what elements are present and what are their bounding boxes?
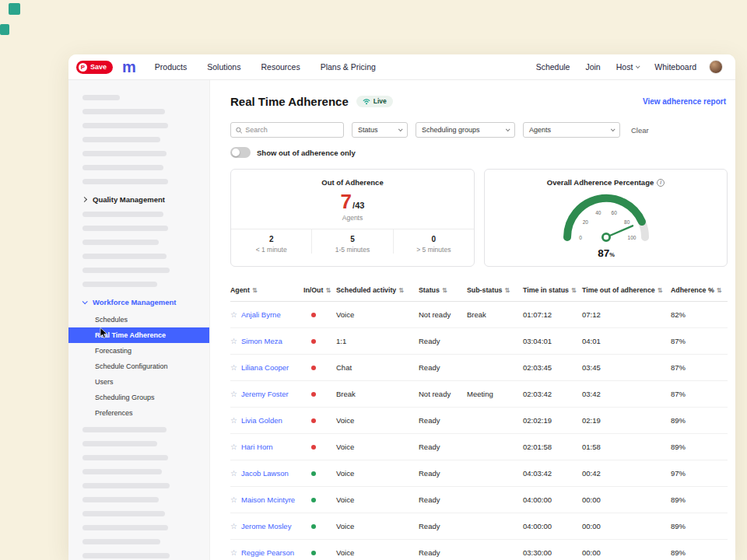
star-icon[interactable]: ☆ — [230, 495, 237, 504]
column-header-sub-status[interactable]: Sub-status⇅ — [467, 286, 523, 294]
star-icon[interactable]: ☆ — [230, 416, 237, 425]
skeleton-bar — [82, 151, 167, 156]
agent-link[interactable]: Jacob Lawson — [241, 469, 289, 478]
search-input[interactable] — [245, 126, 338, 134]
agent-link[interactable]: Simon Meza — [241, 337, 282, 345]
sidebar-item-quality-management[interactable]: Quality Management — [68, 193, 209, 206]
agents-filter-select[interactable]: Agents — [523, 122, 620, 138]
summary-cards-row: Out of Adherence 7/43 Agents 2< 1 minute… — [230, 169, 728, 267]
chevron-down-icon — [398, 127, 403, 131]
agent-cell: ☆Anjali Byrne — [230, 310, 303, 319]
sidebar-item-schedule-configuration[interactable]: Schedule Configuration — [68, 359, 209, 374]
column-header-agent[interactable]: Agent⇅ — [230, 286, 303, 294]
agent-link[interactable]: Reggie Pearson — [241, 548, 294, 557]
column-header-label: In/Out — [303, 286, 323, 294]
skeleton-bar — [82, 268, 170, 273]
nav-link-resources[interactable]: Resources — [261, 62, 300, 72]
skeleton-bar — [82, 226, 168, 231]
sidebar-item-preferences[interactable]: Preferences — [68, 405, 209, 421]
column-header-label: Status — [419, 286, 440, 294]
skeleton-bar — [82, 95, 120, 100]
table-row: ☆Anjali ByrneVoiceNot readyBreak01:07:12… — [230, 302, 728, 328]
skeleton-bar — [82, 240, 159, 245]
star-icon[interactable]: ☆ — [230, 522, 237, 530]
bucket-5-minutes: 0> 5 minutes — [393, 229, 474, 254]
nav-link-products[interactable]: Products — [155, 62, 187, 72]
adherence-percent-cell: 89% — [671, 548, 728, 557]
column-header-time-out-of-adherence[interactable]: Time out of adherence⇅ — [582, 286, 671, 294]
agent-link[interactable]: Maison Mcintyre — [241, 495, 295, 504]
time-in-status-cell: 02:03:42 — [523, 390, 582, 398]
inout-cell — [303, 310, 336, 319]
agent-link[interactable]: Jerome Mosley — [241, 522, 291, 530]
sort-icon: ⇅ — [658, 287, 663, 294]
agent-link[interactable]: Hari Horn — [241, 443, 273, 451]
skeleton-bar — [82, 525, 168, 530]
status-filter-select[interactable]: Status — [352, 122, 408, 138]
column-header-in-out[interactable]: In/Out⇅ — [303, 286, 336, 294]
sidebar-item-scheduling-groups[interactable]: Scheduling Groups — [68, 390, 209, 405]
nav-link-whiteboard[interactable]: Whiteboard — [654, 62, 696, 72]
search-box[interactable] — [230, 122, 344, 138]
star-icon[interactable]: ☆ — [230, 390, 237, 398]
column-header-status[interactable]: Status⇅ — [419, 286, 467, 294]
sub-status-cell: Break — [467, 310, 523, 319]
pinterest-save-button[interactable]: P Save — [76, 61, 113, 74]
adherence-percent-cell: 89% — [671, 522, 728, 530]
table-row: ☆Maison McintyreVoiceReady04:00:0000:008… — [230, 487, 728, 513]
status-cell: Ready — [419, 363, 467, 372]
column-header-label: Adherence % — [671, 286, 714, 294]
time-in-status-cell: 02:02:19 — [523, 416, 582, 425]
scheduling-groups-select[interactable]: Scheduling groups — [416, 122, 515, 138]
sidebar-item-real-time-adherence[interactable]: Real Time Adherence — [68, 327, 209, 343]
clear-filters-link[interactable]: Clear — [631, 126, 649, 135]
out-of-adherence-dot — [311, 418, 316, 423]
column-header-scheduled-activity[interactable]: Scheduled activity⇅ — [336, 286, 419, 294]
star-icon[interactable]: ☆ — [230, 310, 237, 319]
info-icon[interactable]: i — [657, 179, 665, 187]
column-header-time-in-status[interactable]: Time in status⇅ — [523, 286, 582, 294]
sidebar-item-workforce-management[interactable]: Workforce Management — [68, 296, 209, 309]
table-row: ☆Reggie PearsonVoiceReady03:30:0000:0089… — [230, 540, 728, 560]
view-adherence-report-link[interactable]: View adherence report — [643, 97, 726, 106]
sidebar-item-users[interactable]: Users — [68, 374, 209, 390]
nav-link-plans-pricing[interactable]: Plans & Pricing — [321, 62, 376, 72]
sidebar-item-forecasting[interactable]: Forecasting — [68, 343, 209, 359]
out-of-adherence-dot — [311, 445, 316, 450]
nav-links: ProductsSolutionsResourcesPlans & Pricin… — [155, 62, 376, 72]
sidebar-item-schedules[interactable]: Schedules — [68, 312, 209, 327]
workforce-submenu: SchedulesReal Time AdherenceForecastingS… — [68, 312, 209, 421]
in-adherence-dot — [311, 498, 316, 502]
nav-link-solutions[interactable]: Solutions — [207, 62, 240, 72]
star-icon[interactable]: ☆ — [230, 548, 237, 557]
column-header-adherence[interactable]: Adherence %⇅ — [671, 286, 728, 294]
inout-cell — [303, 443, 336, 451]
agent-cell: ☆Maison Mcintyre — [230, 495, 303, 504]
bucket-value: 5 — [312, 235, 392, 243]
time-out-of-adherence-cell: 00:00 — [582, 548, 671, 557]
nav-link-host[interactable]: Host — [616, 62, 640, 72]
out-of-adherence-toggle[interactable] — [230, 147, 251, 158]
skeleton-bar — [82, 511, 165, 516]
decor-teal-square-1 — [9, 3, 20, 15]
nav-link-schedule[interactable]: Schedule — [536, 62, 570, 72]
sort-icon: ⇅ — [398, 287, 404, 294]
scheduled-activity-cell: Voice — [336, 548, 419, 557]
status-cell: Ready — [419, 495, 467, 504]
chevron-down-icon — [611, 127, 615, 131]
star-icon[interactable]: ☆ — [230, 363, 237, 372]
agent-link[interactable]: Livia Golden — [241, 416, 282, 425]
user-avatar[interactable] — [709, 60, 723, 74]
in-adherence-dot — [311, 471, 316, 476]
star-icon[interactable]: ☆ — [230, 443, 237, 451]
agent-link[interactable]: Liliana Cooper — [241, 363, 289, 372]
table-body: ☆Anjali ByrneVoiceNot readyBreak01:07:12… — [230, 302, 728, 560]
agent-link[interactable]: Jeremy Foster — [241, 390, 289, 398]
star-icon[interactable]: ☆ — [230, 337, 237, 345]
nav-link-join[interactable]: Join — [585, 62, 600, 72]
skeleton-bar — [82, 137, 160, 142]
miro-logo[interactable]: m — [122, 59, 136, 75]
star-icon[interactable]: ☆ — [230, 469, 237, 478]
agent-link[interactable]: Anjali Byrne — [241, 310, 281, 319]
adherence-percent-cell: 87% — [671, 363, 728, 372]
